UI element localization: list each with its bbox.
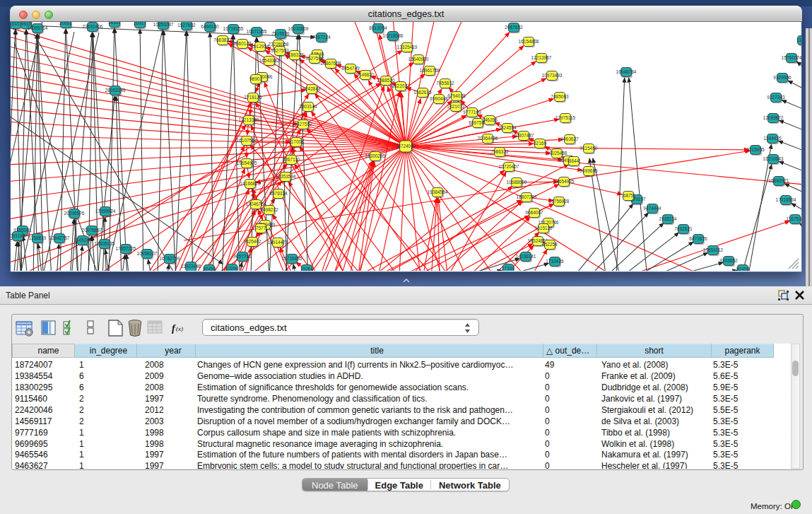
svg-text:9527508: 9527508 xyxy=(305,56,324,61)
svg-text:8878334: 8878334 xyxy=(269,191,288,196)
svg-text:19654925: 19654925 xyxy=(237,160,257,165)
svg-text:16914479: 16914479 xyxy=(268,240,288,245)
svg-text:12213389: 12213389 xyxy=(239,117,259,122)
svg-text:(x): (x) xyxy=(176,325,183,332)
svg-text:1733426: 1733426 xyxy=(546,259,564,264)
svg-text:1588520: 1588520 xyxy=(377,78,395,83)
svg-text:10807487: 10807487 xyxy=(514,133,534,138)
svg-text:7485063: 7485063 xyxy=(551,94,569,99)
svg-text:6466160: 6466160 xyxy=(201,24,219,29)
svg-text:15264: 15264 xyxy=(300,267,313,271)
svg-text:9657791: 9657791 xyxy=(233,254,252,259)
svg-text:10853287: 10853287 xyxy=(153,22,174,27)
svg-text:9227343: 9227343 xyxy=(767,95,785,100)
svg-text:2087652: 2087652 xyxy=(505,25,523,30)
svg-text:1156819: 1156819 xyxy=(29,235,47,240)
svg-text:12942757: 12942757 xyxy=(49,235,70,240)
svg-text:9699695: 9699695 xyxy=(579,168,598,173)
svg-text:1145194: 1145194 xyxy=(74,238,92,243)
svg-text:2935114: 2935114 xyxy=(659,216,677,221)
svg-text:7632621: 7632621 xyxy=(674,226,693,231)
svg-text:9245652: 9245652 xyxy=(719,258,738,263)
svg-text:8454749: 8454749 xyxy=(341,66,360,71)
svg-text:8471676: 8471676 xyxy=(689,236,707,241)
svg-text:2803144: 2803144 xyxy=(299,104,317,109)
svg-text:18807249: 18807249 xyxy=(517,194,537,199)
svg-text:9463627: 9463627 xyxy=(560,136,579,141)
svg-text:10958107: 10958107 xyxy=(137,251,158,256)
svg-text:9684067: 9684067 xyxy=(525,210,543,215)
svg-text:746266: 746266 xyxy=(482,117,498,122)
svg-text:19384554: 19384554 xyxy=(428,189,448,194)
svg-text:9329966: 9329966 xyxy=(773,75,792,80)
svg-text:20691: 20691 xyxy=(59,22,72,25)
svg-text:19166829: 19166829 xyxy=(240,181,261,186)
svg-text:22691406: 22691406 xyxy=(83,24,103,29)
svg-text:18357: 18357 xyxy=(108,22,121,25)
svg-text:10973493: 10973493 xyxy=(542,73,563,78)
svg-text:16640910: 16640910 xyxy=(408,57,429,62)
svg-text:19756928: 19756928 xyxy=(549,199,570,204)
svg-text:14136141: 14136141 xyxy=(516,254,536,259)
svg-text:62160: 62160 xyxy=(534,141,546,146)
svg-text:391194: 391194 xyxy=(11,233,25,238)
svg-text:8267110: 8267110 xyxy=(283,157,300,162)
svg-text:20917: 20917 xyxy=(134,22,146,25)
svg-text:10654112: 10654112 xyxy=(703,247,724,252)
svg-text:8186328: 8186328 xyxy=(286,52,304,57)
svg-text:5498222: 5498222 xyxy=(260,207,278,212)
svg-text:8813054: 8813054 xyxy=(369,25,387,30)
svg-text:12093872: 12093872 xyxy=(763,115,784,120)
svg-text:15692971: 15692971 xyxy=(769,178,789,183)
svg-text:12213967: 12213967 xyxy=(531,55,552,60)
svg-text:20206576: 20206576 xyxy=(64,211,85,216)
svg-text:9777169: 9777169 xyxy=(463,110,481,115)
svg-text:16543382: 16543382 xyxy=(259,58,280,63)
svg-text:16210643: 16210643 xyxy=(763,156,784,161)
svg-text:1615112: 1615112 xyxy=(535,226,553,230)
svg-text:2718126: 2718126 xyxy=(244,95,262,100)
svg-text:16671355: 16671355 xyxy=(247,29,267,34)
svg-text:15720407: 15720407 xyxy=(499,164,519,169)
svg-text:23867608: 23867608 xyxy=(321,61,341,66)
svg-text:9242848: 9242848 xyxy=(302,86,321,91)
svg-text:7357224: 7357224 xyxy=(312,35,331,40)
svg-text:9146821: 9146821 xyxy=(356,72,375,77)
svg-text:9860128: 9860128 xyxy=(233,41,252,46)
svg-text:3824554: 3824554 xyxy=(498,125,517,130)
svg-text:1621072: 1621072 xyxy=(447,104,465,109)
svg-text:12353594: 12353594 xyxy=(276,174,296,179)
svg-text:10025458: 10025458 xyxy=(547,151,567,156)
svg-text:7663822: 7663822 xyxy=(213,37,232,42)
svg-text:6875: 6875 xyxy=(623,193,634,198)
svg-text:14055714: 14055714 xyxy=(28,25,48,30)
svg-text:1527602: 1527602 xyxy=(177,23,196,28)
svg-text:9474444: 9474444 xyxy=(643,206,661,211)
svg-text:18300295: 18300295 xyxy=(365,153,386,158)
svg-text:8215955: 8215955 xyxy=(746,147,765,152)
svg-text:8644: 8644 xyxy=(569,158,579,163)
svg-text:19218586: 19218586 xyxy=(383,33,404,38)
svg-text:13325419: 13325419 xyxy=(397,45,418,49)
svg-text:10244: 10244 xyxy=(225,266,238,271)
svg-text:10719155: 10719155 xyxy=(223,26,244,31)
svg-text:16033809: 16033809 xyxy=(288,26,309,31)
svg-text:28053346: 28053346 xyxy=(105,88,126,93)
svg-text:8427552: 8427552 xyxy=(294,122,312,127)
svg-text:6990448: 6990448 xyxy=(430,96,448,101)
svg-text:17046766: 17046766 xyxy=(246,201,266,206)
svg-text:17857225: 17857225 xyxy=(116,246,136,251)
svg-text:15716485: 15716485 xyxy=(282,256,302,261)
svg-text:10688609: 10688609 xyxy=(507,180,527,185)
svg-text:16648784: 16648784 xyxy=(616,69,637,74)
svg-text:7577: 7577 xyxy=(256,226,266,230)
svg-text:17016504: 17016504 xyxy=(776,197,796,202)
svg-text:6794028: 6794028 xyxy=(447,93,466,98)
svg-text:11173: 11173 xyxy=(796,37,801,42)
svg-text:20975887: 20975887 xyxy=(82,228,102,233)
svg-text:16961758: 16961758 xyxy=(420,68,440,73)
svg-text:12975115: 12975115 xyxy=(555,115,576,120)
svg-text:16107554: 16107554 xyxy=(237,138,257,143)
svg-text:92456: 92456 xyxy=(736,267,749,271)
svg-text:17334: 17334 xyxy=(502,266,514,271)
